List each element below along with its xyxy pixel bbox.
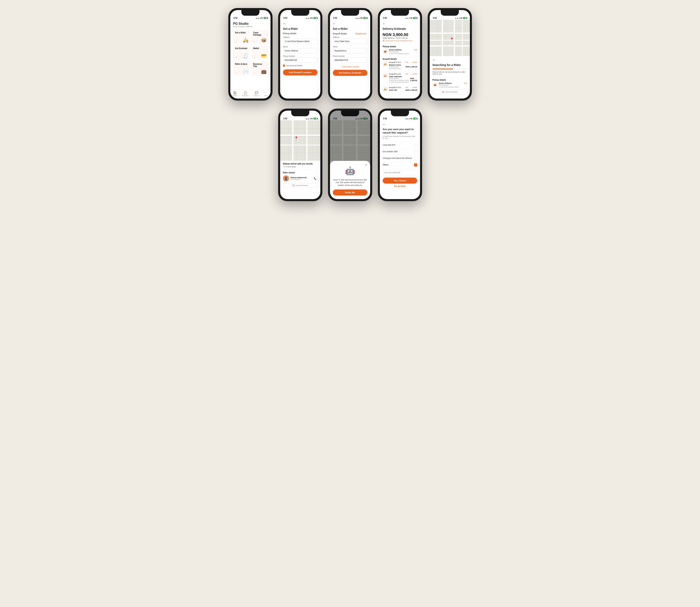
status-time: 3:52: [383, 17, 387, 19]
screen-title: Searching for a Rider: [433, 63, 467, 67]
cancel-title: Are you sure you want to cancel this req…: [382, 128, 417, 134]
location-pin: 📍: [450, 37, 454, 42]
back-button[interactable]: ←: [283, 22, 286, 25]
status-time: 3:52: [283, 17, 287, 19]
refer-icon: ✉️: [243, 69, 248, 74]
dropoff-address-input[interactable]: [333, 39, 367, 44]
card-get-estimate[interactable]: Get Estimate → 🧾: [233, 46, 249, 60]
notify-me-button[interactable]: Notify Me: [333, 189, 367, 195]
cancel-request-button[interactable]: 🚫 Cancel Request: [283, 183, 318, 188]
pickup-icon: 📦: [433, 82, 438, 87]
app-title: PG Studio: [233, 22, 268, 25]
package-icon: 📦: [261, 38, 266, 43]
dropoff-icon-1: 🛵: [382, 61, 388, 67]
no-goback-button[interactable]: No, go back: [382, 184, 417, 189]
add-location-link[interactable]: + Add another location: [333, 65, 367, 69]
rider-eta-message: Ridwan will be with you shortly: [283, 163, 318, 165]
checkbox-3: [414, 157, 417, 160]
phone-input[interactable]: [283, 58, 318, 63]
nav-requests[interactable]: 📋 Requests: [242, 91, 249, 97]
modal-message: Sorry, no rider was found around you rig…: [333, 179, 367, 187]
status-time: 3:52: [433, 17, 437, 19]
nav-home[interactable]: 🏠 Home: [233, 91, 237, 97]
add-dropoff-button[interactable]: Add Dropoff Location: [283, 69, 318, 76]
pickup-edit[interactable]: Edit: [464, 82, 467, 84]
calc-link[interactable]: 🔥 Learn about how we calculate the fare: [382, 40, 417, 42]
greeting: Good morning, Ohifeme: [233, 25, 268, 27]
rider-icon: 🛵: [243, 38, 248, 43]
bottom-nav: 🏠 Home 📋 Requests 💬 Support ⋯ More: [230, 90, 270, 99]
dropoff-2-delete[interactable]: Delete: [412, 73, 417, 76]
nav-more[interactable]: ⋯ More: [264, 91, 268, 97]
yes-cancel-button[interactable]: Yes, Cancel: [382, 177, 417, 184]
address-input[interactable]: [283, 39, 318, 44]
nav-support[interactable]: 💬 Support: [254, 91, 259, 97]
status-time: 3:52: [333, 17, 337, 19]
wallet-balance: Wallet Balance : NGN 5,100.00: [382, 37, 417, 39]
modal-close-button[interactable]: ✕: [365, 163, 367, 167]
support-icon: 💬: [255, 91, 258, 94]
get-estimate-button[interactable]: Get Delivery Estimate: [333, 70, 367, 76]
cancel-text-input[interactable]: [382, 170, 417, 175]
card-business-tips[interactable]: Business Tips → 💼: [251, 61, 268, 76]
dropoff-3-edit[interactable]: Edit: [406, 86, 408, 89]
checkbox-icon: [283, 65, 285, 67]
section-label: Pickup details: [283, 33, 318, 35]
dropoff-1-delete[interactable]: Delete: [412, 61, 417, 64]
more-icon: ⋯: [265, 91, 267, 94]
no-rider-modal: ✕ 🤖 Sorry, no rider was found around you…: [330, 161, 370, 199]
dropoff-3-delete[interactable]: Delete: [412, 86, 417, 89]
progress-bar: [433, 68, 467, 69]
cancel-option-1[interactable]: Long wait time: [382, 142, 417, 148]
status-time: 3:52: [383, 118, 387, 120]
back-button[interactable]: ←: [382, 123, 386, 126]
back-button[interactable]: ←: [433, 58, 436, 62]
dropoff-icon-3: 🛵: [382, 86, 388, 92]
map-view: 📍: [430, 20, 470, 56]
dropoff-icon-2: 🛵: [382, 73, 388, 78]
rider-eta: 🕐 5 mins away: [283, 166, 318, 168]
name-input[interactable]: [283, 48, 318, 54]
requests-icon: 📋: [244, 91, 247, 94]
cancel-subtitle: It might take alonger to find another ri…: [382, 135, 417, 139]
screen-title: Get a Rider: [283, 27, 318, 30]
dropoff-2-edit[interactable]: Edit: [406, 73, 408, 76]
back-button[interactable]: ←: [333, 22, 336, 25]
use-personal-checkbox[interactable]: Use personal details: [283, 65, 318, 67]
location-pin: 📍: [294, 136, 299, 141]
checkbox-4: ✓: [414, 163, 417, 167]
cancel-option-4[interactable]: Others ✓: [382, 162, 417, 168]
cancel-request-button[interactable]: 🚫 Cancel Request: [433, 89, 467, 94]
checkbox-1: [414, 143, 417, 147]
estimate-icon: 🧾: [243, 53, 248, 59]
searching-message: Please hold on, we are looking for a rid…: [433, 71, 467, 75]
estimate-amount: NGN 3,900.00: [382, 33, 417, 37]
back-button[interactable]: ←: [382, 22, 386, 25]
dropoff-phone-input[interactable]: [333, 58, 367, 63]
modal-overlay: ✕ 🤖 Sorry, no rider was found around you…: [330, 111, 370, 199]
cancel-icon: 🚫: [292, 184, 294, 186]
screen-title: Delivery Estimate: [382, 27, 417, 30]
dropoff-section-label: Dropoff details: [333, 33, 347, 35]
home-icon: 🏠: [233, 91, 237, 94]
screen-title: Get a Rider: [333, 27, 367, 30]
card-wallet[interactable]: Wallet → 💳: [251, 46, 268, 60]
dropoff-name-input[interactable]: [333, 48, 367, 54]
card-refer-earn[interactable]: Refer & Earn → ✉️: [233, 61, 249, 76]
cancel-option-2[interactable]: Got another rider: [382, 148, 417, 155]
clock-icon: 🕐: [283, 166, 285, 168]
status-time: 3:52: [283, 118, 287, 120]
wallet-icon: 💳: [261, 53, 266, 59]
status-time: 3:52: [234, 17, 238, 19]
checkbox-2: [414, 150, 417, 153]
cancel-option-3[interactable]: Changed mind about the delivery: [382, 155, 417, 162]
map-view: 📍: [280, 121, 320, 161]
call-button[interactable]: 📞: [313, 176, 318, 181]
card-get-rider[interactable]: Get a Rider → 🛵: [233, 30, 249, 44]
card-track-package[interactable]: Track Package → 📦: [251, 30, 268, 44]
dropoff-badge: Dropoff 2 of 5: [354, 33, 367, 35]
status-icons: ▲▲ LTE: [256, 17, 267, 19]
pickup-edit[interactable]: Edit: [414, 49, 417, 51]
dropoff-1-edit[interactable]: Edit: [406, 61, 408, 64]
rider-avatar: 👤: [283, 175, 289, 182]
